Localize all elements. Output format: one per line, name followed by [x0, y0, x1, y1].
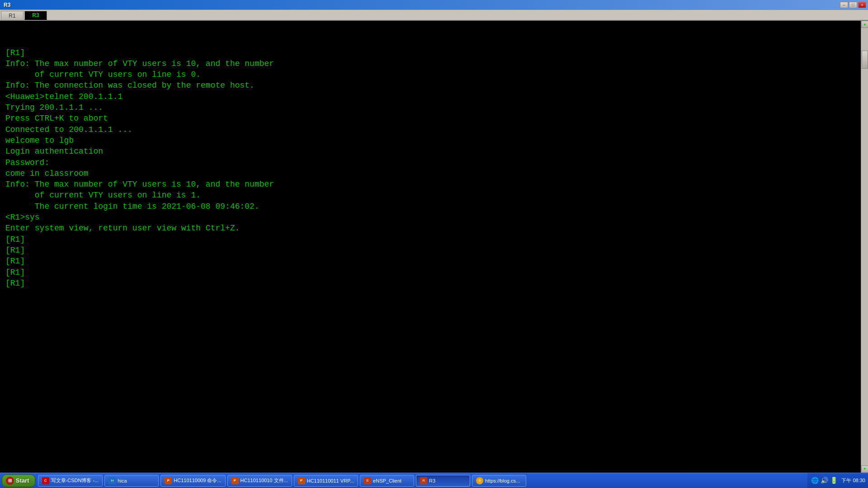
taskbar-item-label: https://blog.cs...	[485, 478, 520, 483]
terminal-line: come in classroom	[5, 168, 863, 179]
scroll-down-button[interactable]: ▼	[861, 465, 868, 473]
taskbar-item-label: HC110110009 命令...	[174, 477, 221, 484]
clock: 下午 08:30	[841, 477, 865, 483]
terminal-line: Info: The max number of VTY users is 10,…	[5, 58, 863, 69]
taskbar-items: C写文章-CSDN博客 -...HhicaPHC110110009 命令...P…	[38, 475, 527, 487]
taskbar-left: ⊞ Start C写文章-CSDN博客 -...HhicaPHC11011000…	[0, 474, 527, 487]
terminal-line: [R1]	[5, 278, 863, 289]
terminal-line: Password:	[5, 157, 863, 168]
taskbar-right: 🌐 🔊 🔋 下午 08:30	[807, 473, 868, 488]
terminal-line: of current VTY users on line is 1.	[5, 190, 863, 201]
terminal-line: <Huawei>telnet 200.1.1.1	[5, 91, 863, 102]
volume-icon: 🔊	[821, 477, 828, 484]
taskbar-item-csdn[interactable]: C写文章-CSDN博客 -...	[38, 475, 103, 487]
terminal[interactable]: [R1]Info: The max number of VTY users is…	[0, 21, 868, 473]
browser-taskbar-icon: B	[476, 477, 483, 484]
start-label: Start	[16, 477, 29, 484]
hica-taskbar-icon: H	[108, 477, 116, 484]
terminal-line: [R1]	[5, 234, 863, 245]
terminal-line: Enter system view, return user view with…	[5, 223, 863, 234]
hc1-taskbar-icon: P	[165, 477, 172, 484]
taskbar-item-label: HC110110011 VRP...	[307, 478, 354, 483]
battery-icon: 🔋	[830, 477, 838, 484]
terminal-line: Connected to 200.1.1.1 ...	[5, 124, 863, 135]
window-title: R3	[4, 2, 10, 8]
scroll-up-button[interactable]: ▲	[861, 21, 868, 28]
windows-logo-icon: ⊞	[6, 477, 14, 485]
tab-r3[interactable]: R3	[24, 11, 47, 20]
restore-button[interactable]: □	[849, 2, 857, 8]
terminal-line: [R1]	[5, 245, 863, 256]
terminal-line: Info: The max number of VTY users is 10,…	[5, 179, 863, 190]
taskbar-item-hica[interactable]: Hhica	[104, 475, 159, 487]
terminal-line: welcome to lgb	[5, 135, 863, 146]
taskbar-item-ensp[interactable]: EeNSP_Client	[360, 475, 414, 487]
clock-display: 下午 08:30	[841, 477, 865, 483]
terminal-line: [R1]	[5, 267, 863, 278]
taskbar-item-hc3[interactable]: PHC110110011 VRP...	[294, 475, 358, 487]
taskbar-item-label: hica	[118, 478, 127, 483]
hc3-taskbar-icon: P	[298, 477, 305, 484]
csdn-taskbar-icon: C	[42, 477, 49, 484]
terminal-line: Trying 200.1.1.1 ...	[5, 102, 863, 113]
taskbar-item-label: eNSP_Client	[373, 478, 401, 483]
taskbar-item-label: R3	[429, 478, 435, 483]
taskbar-item-label: 写文章-CSDN博客 -...	[51, 477, 99, 484]
terminal-line: Info: The connection was closed by the r…	[5, 80, 863, 91]
close-button[interactable]: ×	[858, 2, 866, 8]
r3-taskbar-icon: R	[420, 477, 427, 484]
network-icon: 🌐	[811, 477, 819, 484]
terminal-line: Press CTRL+K to abort	[5, 113, 863, 124]
title-bar: R3 – □ ×	[0, 0, 868, 10]
ensp-taskbar-icon: E	[364, 477, 371, 484]
taskbar-item-hc1[interactable]: PHC110110009 命令...	[160, 475, 225, 487]
taskbar-item-hc2[interactable]: PHC110110010 文件...	[227, 475, 292, 487]
scroll-thumb[interactable]	[862, 51, 868, 69]
scroll-track	[861, 28, 868, 465]
tab-r1[interactable]: R1	[1, 11, 24, 20]
terminal-line: Login authentication	[5, 146, 863, 157]
scrollbar[interactable]: ▲ ▼	[861, 21, 868, 473]
terminal-line: of current VTY users on line is 0.	[5, 69, 863, 80]
taskbar-item-browser[interactable]: Bhttps://blog.cs...	[472, 475, 526, 487]
taskbar-item-r3[interactable]: RR3	[416, 475, 470, 487]
terminal-line: [R1]	[5, 47, 863, 58]
minimize-button[interactable]: –	[840, 2, 848, 8]
taskbar: ⊞ Start C写文章-CSDN博客 -...HhicaPHC11011000…	[0, 473, 868, 488]
terminal-line: The current login time is 2021-06-08 09:…	[5, 201, 863, 212]
tab-bar: R1R3	[0, 10, 868, 21]
title-buttons: – □ ×	[840, 2, 866, 8]
terminal-content: [R1]Info: The max number of VTY users is…	[5, 47, 863, 289]
hc2-taskbar-icon: P	[231, 477, 239, 484]
terminal-line: <R1>sys	[5, 212, 863, 223]
terminal-line: [R1]	[5, 256, 863, 267]
start-button[interactable]: ⊞ Start	[2, 474, 35, 487]
taskbar-item-label: HC110110010 文件...	[241, 477, 288, 484]
